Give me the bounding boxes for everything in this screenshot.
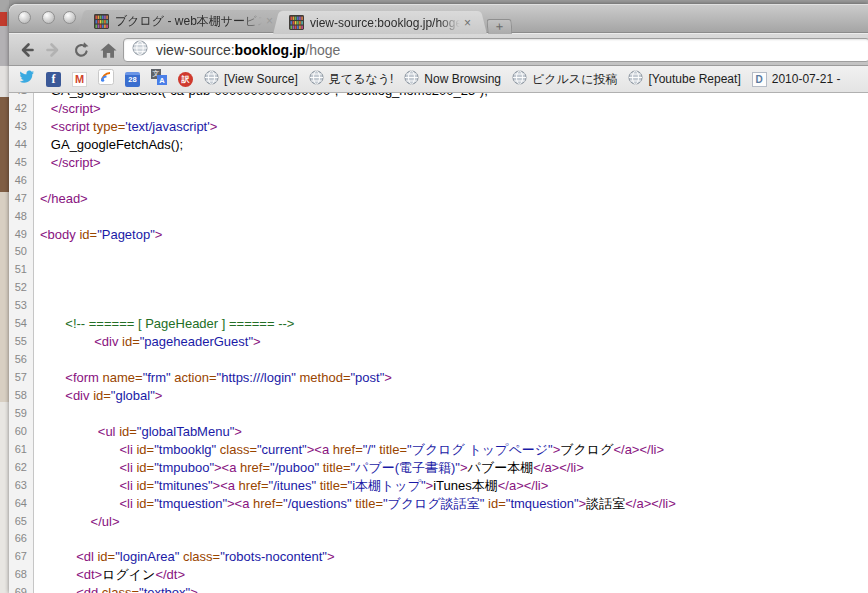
line-number: 64: [9, 495, 34, 513]
line-number: 47: [9, 190, 34, 208]
home-icon: [99, 41, 118, 60]
source-line: 59: [9, 405, 868, 423]
window-close-button[interactable]: [18, 11, 31, 24]
behind-strip-segment: [0, 192, 9, 402]
twitter-icon: [19, 70, 35, 88]
source-line: 49<body id="Pagetop">: [9, 226, 868, 244]
tab-title: view-source:booklog.jp/hoge: [310, 16, 460, 30]
source-code-text: [34, 208, 40, 226]
tab-title: ブクログ - web本棚サービス: [115, 13, 262, 30]
line-number: 65: [9, 513, 34, 531]
line-number: 61: [9, 441, 34, 459]
reload-icon: [72, 41, 91, 60]
home-button[interactable]: [97, 39, 119, 61]
bookmark-item[interactable]: ピクルスに投稿: [512, 70, 617, 89]
source-line: 48: [9, 208, 868, 226]
source-code-text: <li id="tmbooklg" class="current"><a hre…: [34, 441, 664, 459]
source-line: 41 GA_googleAddSlot("ca-pub-000000000000…: [9, 93, 868, 100]
bookmark-item[interactable]: Now Browsing: [404, 70, 501, 89]
tab-close-icon[interactable]: ×: [266, 15, 273, 27]
source-line: 52: [9, 279, 868, 297]
bookmark-label: [View Source]: [224, 72, 298, 86]
booklog-favicon: [289, 15, 304, 30]
source-code-text: [34, 351, 40, 369]
back-button[interactable]: [16, 39, 38, 61]
line-number: 53: [9, 297, 34, 315]
line-number: 44: [9, 136, 34, 154]
source-line: 50: [9, 243, 868, 261]
source-code-text: </script>: [34, 100, 101, 118]
behind-strip-red-segment: [0, 12, 7, 26]
bookmark-item-icon-only[interactable]: [98, 69, 114, 89]
reader-icon: [98, 69, 114, 89]
source-code-text: <div id="pageheaderGuest">: [34, 333, 261, 351]
line-number: 55: [9, 333, 34, 351]
source-code-text: <div id="global">: [34, 387, 162, 405]
new-tab-button[interactable]: +: [486, 19, 512, 34]
source-code-text: </script>: [34, 154, 101, 172]
source-line: 66: [9, 530, 868, 548]
behind-strip-segment: [0, 66, 9, 97]
source-line: 62 <li id="tmpuboo"><a href="/puboo" tit…: [9, 459, 868, 477]
bookmark-label: [Youtube Repeat]: [648, 72, 740, 86]
behind-strip-segment: [0, 97, 9, 192]
tab-view-source[interactable]: view-source:booklog.jp/hoge ×: [281, 11, 479, 34]
line-number: 48: [9, 208, 34, 226]
behind-strip-segment: [0, 402, 9, 593]
source-code-text: <!-- ====== [ PageHeader ] ====== -->: [34, 315, 294, 333]
bookmark-item-icon-only[interactable]: M: [72, 72, 87, 87]
bookmark-item-icon-only[interactable]: 文A: [151, 69, 167, 89]
url-host: booklog.jp: [235, 42, 306, 58]
line-number: 60: [9, 423, 34, 441]
bookmark-item-icon-only[interactable]: [19, 70, 35, 88]
source-code-text: <dl id="loginArea" class="robots-noconte…: [34, 548, 335, 566]
source-line: 44 GA_googleFetchAds();: [9, 136, 868, 154]
bookmark-item-icon-only[interactable]: 28: [125, 72, 140, 87]
bookmark-item[interactable]: D2010-07-21 -: [752, 72, 841, 87]
source-line: 68 <dt>ログイン</dt>: [9, 566, 868, 584]
source-line: 47</head>: [9, 190, 868, 208]
reload-button[interactable]: [70, 39, 92, 61]
source-code-text: [34, 172, 40, 190]
translate-icon: 文A: [151, 69, 167, 89]
tab-booklog-home[interactable]: ブクログ - web本棚サービス ×: [86, 10, 281, 32]
source-code-text: <dd class="textbox">: [34, 584, 198, 593]
source-line: 53: [9, 297, 868, 315]
bookmark-label: 2010-07-21 -: [772, 72, 841, 86]
globe-icon: [628, 70, 643, 89]
window-zoom-button[interactable]: [63, 11, 76, 24]
source-code-text: <script type='text/javascript'>: [34, 118, 217, 136]
source-line: 67 <dl id="loginArea" class="robots-noco…: [9, 548, 868, 566]
source-code-text: <body id="Pagetop">: [34, 226, 162, 244]
line-number: 46: [9, 172, 34, 190]
globe-icon: [404, 70, 419, 89]
forward-button[interactable]: [42, 39, 64, 61]
source-line: 45 </script>: [9, 154, 868, 172]
bookmark-item-icon-only[interactable]: f: [46, 72, 61, 87]
page-globe-icon: [132, 40, 148, 60]
bookmark-item[interactable]: [Youtube Repeat]: [628, 70, 740, 89]
tab-strip: ブクログ - web本棚サービス × view-source:booklog.j…: [9, 4, 868, 33]
source-code-text: [34, 279, 40, 297]
line-number: 59: [9, 405, 34, 423]
line-number: 42: [9, 100, 34, 118]
source-line: 65 </ul>: [9, 513, 868, 531]
line-number: 49: [9, 226, 34, 244]
line-number: 41: [9, 93, 34, 100]
source-line: 61 <li id="tmbooklg" class="current"><a …: [9, 441, 868, 459]
tab-close-icon[interactable]: ×: [464, 17, 471, 29]
calendar-icon: 28: [125, 72, 140, 87]
source-code-text: [34, 530, 40, 548]
bookmark-label: ピクルスに投稿: [532, 71, 617, 88]
bookmark-item-icon-only[interactable]: 訳: [178, 72, 193, 87]
toolbar: view-source:booklog.jp/hoge: [9, 33, 868, 66]
line-number: 51: [9, 261, 34, 279]
source-line: 42 </script>: [9, 100, 868, 118]
address-bar[interactable]: view-source:booklog.jp/hoge: [123, 38, 868, 62]
bookmark-item[interactable]: [View Source]: [204, 70, 298, 89]
window-minimize-button[interactable]: [42, 11, 55, 24]
source-code-text: GA_googleAddSlot("ca-pub-000000000000000…: [34, 93, 488, 100]
source-line: 57 <form name="frm" action="https:///log…: [9, 369, 868, 387]
bookmark-item[interactable]: 見てるなう!: [309, 70, 393, 89]
url-text: view-source:booklog.jp/hoge: [156, 42, 340, 58]
